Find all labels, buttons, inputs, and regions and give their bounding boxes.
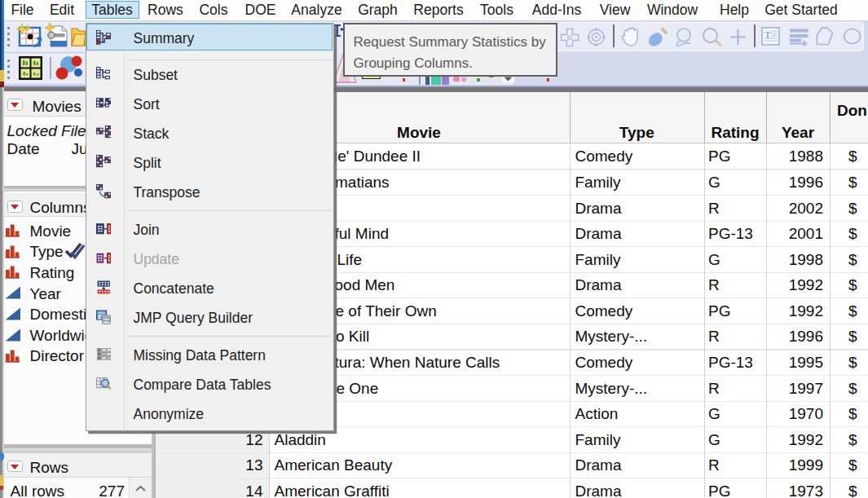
svg-text:T: T (764, 30, 771, 40)
